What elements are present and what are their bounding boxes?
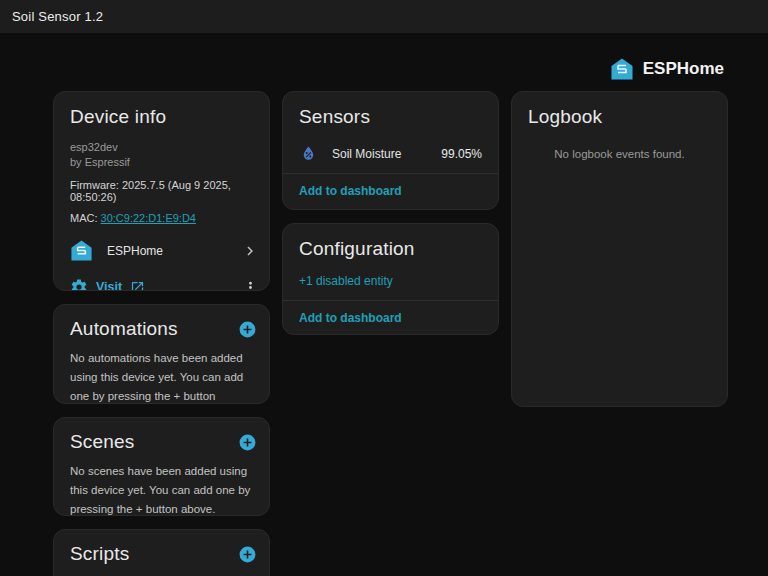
device-manufacturer: by Espressif (70, 155, 253, 170)
chevron-right-icon (241, 242, 259, 260)
visit-link[interactable]: Visit (96, 280, 122, 291)
scripts-card: Scripts (53, 529, 270, 576)
esphome-integration-icon (70, 239, 93, 262)
water-percent-icon (299, 144, 318, 163)
open-in-new-icon[interactable] (130, 280, 145, 292)
scenes-title: Scenes (70, 431, 135, 453)
left-column: Device info esp32dev by Espressif Firmwa… (53, 91, 270, 576)
sensor-value: 99.05% (441, 147, 482, 161)
brand-header: ESPHome (0, 33, 768, 91)
right-column: Logbook No logbook events found. (511, 91, 728, 576)
device-page-content: Device info esp32dev by Espressif Firmwa… (0, 91, 768, 576)
automations-title: Automations (70, 318, 178, 340)
scripts-title: Scripts (70, 543, 129, 565)
configuration-add-to-dashboard-button[interactable]: Add to dashboard (283, 301, 498, 335)
disabled-entities-link[interactable]: +1 disabled entity (283, 260, 498, 300)
automations-empty-text: No automations have been added using thi… (54, 340, 269, 404)
device-model: esp32dev (70, 140, 253, 155)
sensor-name: Soil Moisture (332, 147, 427, 161)
page-title: Soil Sensor 1.2 (12, 9, 103, 24)
esphome-logo-icon (610, 57, 634, 81)
automations-card: Automations No automations have been add… (53, 304, 270, 404)
device-info-title: Device info (70, 106, 253, 128)
logbook-title: Logbook (528, 106, 711, 128)
middle-column: Sensors Soil Moisture 99.05% Add to dash… (282, 91, 499, 576)
settings-gear-icon[interactable] (70, 278, 88, 291)
sensors-add-to-dashboard-button[interactable]: Add to dashboard (283, 174, 498, 210)
sensors-title: Sensors (299, 106, 482, 128)
configuration-title: Configuration (299, 238, 482, 260)
logbook-card: Logbook No logbook events found. (511, 91, 728, 407)
sensor-row-soil-moisture[interactable]: Soil Moisture 99.05% (283, 134, 498, 173)
add-script-icon[interactable] (238, 545, 257, 564)
mac-label: MAC: (70, 212, 101, 224)
integration-row-esphome[interactable]: ESPHome (54, 231, 269, 270)
add-scene-icon[interactable] (238, 433, 257, 452)
device-info-card: Device info esp32dev by Espressif Firmwa… (53, 91, 270, 291)
scenes-empty-text: No scenes have been added using this dev… (54, 453, 269, 516)
add-automation-icon[interactable] (238, 320, 257, 339)
more-options-icon[interactable] (242, 279, 259, 292)
configuration-card: Configuration +1 disabled entity Add to … (282, 223, 499, 335)
mac-address-link[interactable]: 30:C9:22:D1:E9:D4 (101, 212, 196, 224)
logbook-empty-text: No logbook events found. (512, 148, 727, 160)
device-firmware: Firmware: 2025.7.5 (Aug 9 2025, 08:50:26… (70, 179, 253, 203)
integration-name: ESPHome (107, 244, 227, 258)
scenes-card: Scenes No scenes have been added using t… (53, 417, 270, 516)
sensors-card: Sensors Soil Moisture 99.05% Add to dash… (282, 91, 499, 210)
brand-name: ESPHome (643, 59, 724, 79)
app-bar: Soil Sensor 1.2 (0, 0, 768, 33)
